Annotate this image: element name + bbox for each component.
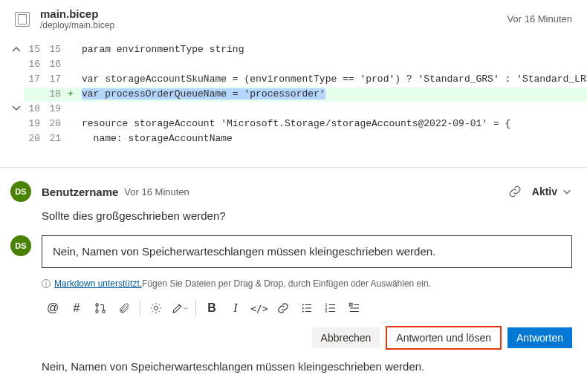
avatar: DS (10, 235, 31, 256)
code-button[interactable]: </> (248, 298, 270, 318)
editor-toolbar: @ # B I </> 123 (42, 298, 572, 318)
file-timestamp: Vor 16 Minuten (507, 13, 572, 24)
diff-viewer: 1515param environmentType string16161717… (0, 38, 587, 168)
expand-down-icon[interactable] (10, 102, 24, 115)
bullet-list-button[interactable] (296, 298, 318, 318)
comment-time: Vor 16 Minuten (124, 186, 189, 197)
code-line: 1717var storageAccountSkuName = (environ… (24, 72, 587, 87)
reply-block: DS Nein, Namen von Speicherwarteschlange… (0, 222, 587, 318)
svg-point-4 (302, 304, 304, 306)
code-line: 1920resource storageAccount 'Microsoft.S… (24, 117, 587, 131)
hash-button[interactable]: # (65, 298, 88, 318)
file-info: main.bicep /deploy/main.bicep (40, 7, 507, 30)
file-icon (15, 12, 30, 27)
thread-status[interactable]: Aktiv (532, 186, 557, 197)
action-row: Abbrechen Antworten und lösen Antworten (0, 318, 587, 350)
cancel-button[interactable]: Abbrechen (312, 327, 380, 348)
svg-point-6 (302, 311, 304, 313)
svg-point-2 (103, 310, 105, 313)
file-name: main.bicep (40, 7, 507, 20)
comment-thread: DS Benutzername Vor 16 Minuten Aktiv Sol… (0, 168, 587, 222)
numbered-list-button[interactable]: 123 (320, 298, 342, 318)
comment-body: Sollte dies großgeschrieben werden? (42, 209, 572, 222)
avatar: DS (10, 181, 31, 202)
highlight-button[interactable] (169, 298, 191, 318)
link-icon[interactable] (508, 185, 522, 198)
pr-ref-button[interactable] (89, 298, 111, 318)
code-line: 2021 name: storageAccountName (24, 131, 587, 146)
attach-button[interactable] (113, 298, 135, 318)
chevron-down-icon[interactable] (562, 186, 572, 197)
comment-author: Benutzername (42, 186, 118, 198)
italic-button[interactable]: I (224, 298, 247, 318)
file-path: /deploy/main.bicep (40, 20, 507, 30)
mention-button[interactable]: @ (42, 298, 64, 318)
svg-point-0 (96, 304, 98, 306)
markdown-hint: i Markdown unterstützt. Fügen Sie Dateie… (42, 278, 572, 289)
footer-note: Nein, Namen von Speicherwarteschlangen m… (0, 350, 587, 380)
svg-point-1 (96, 310, 98, 313)
file-header: main.bicep /deploy/main.bicep Vor 16 Min… (0, 0, 587, 38)
svg-point-5 (302, 307, 304, 309)
svg-text:3: 3 (325, 309, 328, 313)
reply-button[interactable]: Antworten (507, 327, 572, 348)
code-line: 1819 (24, 102, 587, 117)
info-icon: i (42, 279, 51, 288)
code-line: 18+var processOrderQueueName = 'processo… (24, 87, 587, 102)
expand-up-icon[interactable] (10, 44, 24, 57)
code-line: 1616 (24, 57, 587, 72)
reply-input[interactable]: Nein, Namen von Speicherwarteschlangen m… (42, 235, 572, 268)
bold-button[interactable]: B (201, 298, 223, 318)
svg-point-3 (154, 306, 158, 310)
markdown-hint-text: Fügen Sie Dateien per Drag & Drop, durch… (142, 278, 431, 289)
reply-and-resolve-button[interactable]: Antworten und lösen (386, 326, 502, 350)
link-button[interactable] (272, 298, 294, 318)
bulb-button[interactable] (145, 298, 167, 318)
task-list-button[interactable] (343, 298, 366, 318)
code-block: 1515param environmentType string16161717… (24, 42, 587, 160)
markdown-link[interactable]: Markdown unterstützt. (54, 278, 142, 289)
code-line: 1515param environmentType string (24, 42, 587, 57)
